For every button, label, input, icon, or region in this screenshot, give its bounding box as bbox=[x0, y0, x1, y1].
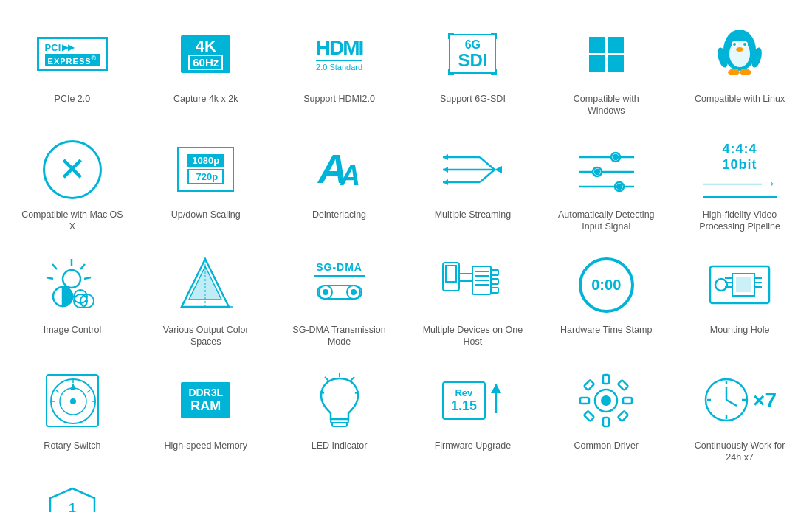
svg-line-34 bbox=[84, 277, 91, 279]
feature-label-scaling: Up/down Scaling bbox=[171, 209, 241, 221]
svg-line-78 bbox=[87, 390, 90, 392]
timestamp-icon: 0:00 bbox=[569, 252, 643, 318]
svg-marker-76 bbox=[70, 383, 76, 390]
led-icon bbox=[303, 367, 376, 434]
svg-line-86 bbox=[351, 377, 354, 381]
feature-continuous: ×7 Continuously Work for 24h x7 bbox=[675, 361, 805, 470]
capture4k-icon: 4K 60Hz bbox=[169, 21, 243, 87]
svg-line-33 bbox=[80, 264, 85, 269]
feature-label-mounting: Mounting Hole bbox=[710, 324, 770, 336]
svg-rect-84 bbox=[332, 423, 347, 426]
svg-rect-94 bbox=[603, 375, 609, 384]
driver-icon bbox=[569, 367, 643, 434]
feature-warranty: 1 YEAR 1-year Warranty bbox=[7, 477, 137, 512]
svg-point-5 bbox=[743, 43, 746, 46]
svg-point-51 bbox=[351, 289, 357, 295]
feature-sdi: 6G SDI Support 6G-SDI bbox=[407, 15, 537, 123]
feature-label-continuous: Continuously Work for 24h x7 bbox=[688, 440, 791, 464]
hdmi-icon: HDMI 2.0 Standard bbox=[303, 21, 376, 87]
feature-label-imgctrl: Image Control bbox=[44, 324, 102, 336]
svg-marker-21 bbox=[443, 167, 448, 173]
svg-line-14 bbox=[480, 157, 495, 170]
svg-rect-67 bbox=[736, 277, 751, 292]
svg-line-89 bbox=[320, 392, 324, 393]
svg-rect-9 bbox=[730, 69, 738, 74]
mounting-icon bbox=[703, 252, 777, 318]
svg-rect-63 bbox=[491, 288, 498, 293]
feature-label-hdmi: Support HDMI2.0 bbox=[303, 93, 375, 105]
feature-label-timestamp: Hardware Time Stamp bbox=[560, 324, 652, 336]
feature-label-macos: Compatible with Mac OS X bbox=[21, 209, 124, 233]
svg-point-82 bbox=[70, 398, 76, 404]
linux-icon bbox=[703, 21, 777, 87]
hfv-icon: 4:4:4 10bit ————→ bbox=[703, 136, 777, 203]
feature-label-sdi: Support 6G-SDI bbox=[440, 93, 506, 105]
feature-timestamp: 0:00 Hardware Time Stamp bbox=[541, 246, 671, 354]
svg-line-36 bbox=[47, 277, 53, 279]
feature-capture4k: 4K 60Hz Capture 4k x 2k bbox=[141, 15, 271, 123]
svg-rect-98 bbox=[584, 379, 594, 390]
svg-rect-95 bbox=[603, 418, 609, 426]
feature-mounting: Mounting Hole bbox=[675, 246, 805, 354]
svg-point-93 bbox=[601, 395, 611, 406]
feature-firmware: Rev 1.15 Firmware Upgrade bbox=[407, 361, 537, 470]
features-grid: PCI ▶▶ EXPRESS® PCIe 2.0 4K 60Hz Capture… bbox=[7, 15, 805, 469]
svg-marker-20 bbox=[443, 154, 448, 160]
feature-deinterlacing: A A Deinterlacing bbox=[275, 131, 405, 239]
warranty-icon: 1 YEAR bbox=[35, 482, 109, 512]
svg-rect-97 bbox=[623, 398, 632, 404]
streaming-icon bbox=[436, 136, 509, 203]
feature-label-driver: Common Driver bbox=[574, 440, 639, 452]
feature-colorspaces: Various Output Color Spaces bbox=[141, 246, 271, 354]
svg-line-35 bbox=[52, 264, 57, 269]
feature-label-memory: High-speed Memory bbox=[164, 440, 247, 452]
macos-icon: ✕ bbox=[35, 136, 109, 203]
feature-label-firmware: Firmware Upgrade bbox=[435, 440, 512, 452]
svg-marker-91 bbox=[491, 384, 501, 393]
svg-rect-101 bbox=[618, 410, 628, 421]
feature-linux: Compatible with Linux bbox=[675, 15, 805, 123]
feature-label-multidev: Multiple Devices on One Host bbox=[421, 324, 524, 348]
feature-hfv: 4:4:4 10bit ————→ High-fidelity Video Pr… bbox=[675, 131, 805, 239]
pcie-icon: PCI ▶▶ EXPRESS® bbox=[35, 21, 109, 87]
feature-label-streaming: Multiple Streaming bbox=[435, 209, 512, 221]
autodetect-icon bbox=[569, 136, 643, 203]
feature-label-rotary: Rotary Switch bbox=[44, 440, 100, 452]
svg-point-28 bbox=[595, 170, 599, 174]
windows-icon bbox=[569, 21, 643, 87]
sgdma-icon: SG-DMA bbox=[303, 252, 376, 318]
svg-point-50 bbox=[323, 289, 328, 295]
feature-driver: Common Driver bbox=[541, 361, 671, 470]
svg-line-87 bbox=[355, 392, 359, 393]
feature-imgctrl: Image Control bbox=[7, 246, 137, 354]
rotary-icon bbox=[35, 367, 109, 434]
svg-point-6 bbox=[736, 47, 743, 52]
feature-memory: DDR3L RAM High-speed Memory bbox=[141, 361, 271, 470]
feature-scaling: 1080p 720p Up/down Scaling bbox=[141, 131, 271, 239]
svg-point-25 bbox=[613, 155, 618, 159]
svg-text:1: 1 bbox=[69, 501, 76, 513]
svg-line-18 bbox=[480, 170, 495, 182]
svg-marker-22 bbox=[443, 179, 448, 185]
memory-icon: DDR3L RAM bbox=[169, 367, 243, 434]
svg-point-37 bbox=[63, 270, 80, 288]
feature-label-windows: Compatible with Windows bbox=[554, 93, 658, 117]
svg-rect-10 bbox=[741, 69, 749, 74]
feature-rotary: Rotary Switch bbox=[7, 361, 137, 470]
feature-label-hfv: High-fidelity Video Processing Pipeline bbox=[688, 209, 791, 233]
svg-line-80 bbox=[56, 390, 59, 392]
continuous-icon: ×7 bbox=[703, 367, 777, 434]
bottom-features: 1 YEAR 1-year Warranty bbox=[7, 477, 805, 512]
svg-rect-99 bbox=[618, 379, 628, 390]
feature-pcie: PCI ▶▶ EXPRESS® PCIe 2.0 bbox=[7, 15, 137, 123]
svg-marker-19 bbox=[495, 166, 502, 173]
feature-hdmi: HDMI 2.0 Standard Support HDMI2.0 bbox=[275, 15, 405, 123]
svg-rect-100 bbox=[584, 410, 594, 421]
feature-label-deinterlacing: Deinterlacing bbox=[312, 209, 366, 221]
feature-label-pcie: PCIe 2.0 bbox=[55, 93, 91, 105]
svg-rect-62 bbox=[491, 279, 498, 284]
feature-label-led: LED Indicator bbox=[312, 440, 368, 452]
svg-line-104 bbox=[726, 400, 737, 406]
feature-streaming: Multiple Streaming bbox=[407, 131, 537, 239]
feature-autodetect: Automatically Detecting Input Signal bbox=[541, 131, 671, 239]
